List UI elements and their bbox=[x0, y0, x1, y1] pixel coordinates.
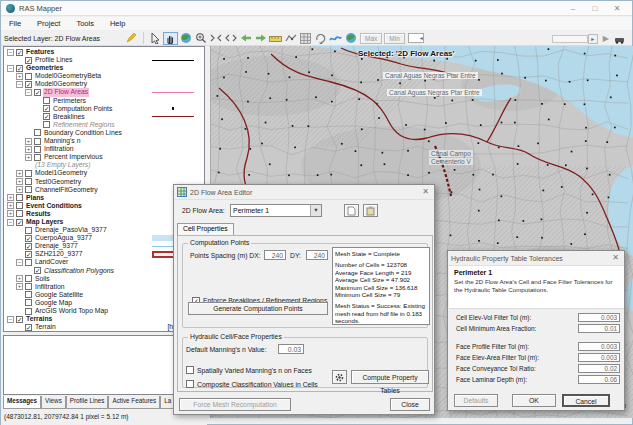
checkbox[interactable]: ✓ bbox=[16, 49, 23, 56]
expand-icon[interactable]: + bbox=[7, 210, 14, 217]
collapse-icon[interactable]: − bbox=[7, 219, 14, 226]
paste-area-button[interactable] bbox=[363, 204, 378, 217]
zoom-fixed-out-icon[interactable] bbox=[223, 32, 238, 45]
tab-cell-properties[interactable]: Cell Properties bbox=[177, 223, 234, 235]
tolerance-field-input[interactable] bbox=[578, 324, 620, 333]
close-button[interactable]: Close bbox=[390, 398, 430, 411]
checkbox[interactable] bbox=[25, 308, 32, 315]
checkbox[interactable] bbox=[25, 73, 32, 80]
checkbox[interactable] bbox=[43, 97, 50, 104]
tree-item-profile-lines[interactable]: ✓Profile Lines bbox=[4, 56, 204, 64]
tolerance-field-input[interactable] bbox=[578, 353, 620, 362]
flow-area-combo[interactable]: Perimeter 1 ▼ bbox=[230, 204, 322, 217]
tree-item-geometries[interactable]: −✓Geometries bbox=[4, 64, 204, 72]
zoom-in-icon[interactable] bbox=[193, 32, 208, 45]
tree-item-perimeters[interactable]: Perimeters bbox=[4, 97, 204, 105]
checkbox[interactable]: ✓ bbox=[25, 57, 32, 64]
checkbox[interactable] bbox=[25, 291, 32, 298]
checkbox[interactable] bbox=[25, 259, 32, 266]
animation-slider[interactable] bbox=[552, 35, 588, 43]
checkbox[interactable] bbox=[16, 194, 23, 201]
expand-icon[interactable]: + bbox=[25, 138, 32, 145]
back-arrow-icon[interactable] bbox=[238, 32, 253, 45]
forward-arrow-icon[interactable] bbox=[253, 32, 268, 45]
tolerances-close-icon[interactable]: ✕ bbox=[612, 253, 619, 262]
max-button[interactable]: Max bbox=[360, 33, 382, 44]
expand-icon[interactable]: + bbox=[16, 178, 23, 185]
checkbox[interactable] bbox=[34, 138, 41, 145]
tolerance-field-input[interactable] bbox=[578, 375, 620, 384]
expand-icon[interactable]: + bbox=[16, 283, 23, 290]
checkbox[interactable] bbox=[16, 210, 23, 217]
checkbox[interactable] bbox=[25, 186, 32, 193]
menu-tools[interactable]: Tools bbox=[68, 19, 102, 28]
checkbox[interactable]: ✓ bbox=[25, 243, 32, 250]
force-mesh-recomputation-button[interactable]: Force Mesh Recomputation bbox=[179, 398, 291, 411]
checkbox[interactable]: ✓ bbox=[25, 235, 32, 242]
compute-property-tables-button[interactable]: Compute Property Tables bbox=[351, 370, 429, 384]
play-icon[interactable]: ▶ bbox=[603, 34, 609, 43]
dy-input[interactable] bbox=[306, 250, 328, 260]
pan-tool-icon[interactable] bbox=[163, 32, 178, 45]
checkbox[interactable]: ✓ bbox=[34, 267, 41, 274]
checkbox[interactable]: ✓ bbox=[16, 65, 23, 72]
raster-grid-icon[interactable] bbox=[298, 32, 313, 45]
tree-item-breaklines[interactable]: ✓Breaklines bbox=[4, 113, 204, 121]
dx-input[interactable] bbox=[264, 250, 286, 260]
checkbox[interactable] bbox=[34, 146, 41, 153]
expand-icon[interactable]: + bbox=[7, 202, 14, 209]
expand-icon[interactable]: + bbox=[16, 275, 23, 282]
editor-close-icon[interactable]: ✕ bbox=[422, 187, 429, 196]
expand-icon[interactable]: + bbox=[25, 154, 32, 161]
checkbox[interactable] bbox=[34, 129, 41, 136]
collapse-icon[interactable]: − bbox=[7, 49, 14, 56]
stream-line-icon[interactable] bbox=[328, 32, 343, 45]
tab-profile-lines[interactable]: Profile Lines bbox=[66, 396, 109, 409]
checkbox[interactable]: ✓ bbox=[43, 105, 50, 112]
checkbox[interactable] bbox=[25, 170, 32, 177]
collapse-icon[interactable]: − bbox=[16, 81, 23, 88]
close-icon[interactable]: ✕ bbox=[606, 1, 628, 16]
checkbox[interactable] bbox=[25, 299, 32, 306]
menu-file[interactable]: File bbox=[1, 19, 29, 28]
edit-layer-pencil-icon[interactable] bbox=[123, 32, 138, 45]
checkbox[interactable] bbox=[43, 121, 50, 128]
checkbox[interactable] bbox=[25, 275, 32, 282]
checkbox[interactable] bbox=[25, 178, 32, 185]
checkbox[interactable]: ✓ bbox=[43, 113, 50, 120]
tree-item-13-empty-layers[interactable]: (13 Empty Layers) bbox=[4, 161, 204, 169]
editor-title-bar[interactable]: 2D Flow Area Editor ✕ bbox=[174, 185, 434, 200]
tree-item-boundary-condition-lines[interactable]: Boundary Condition Lines bbox=[4, 129, 204, 137]
tree-item-model1geometry[interactable]: +Model1Geometry bbox=[4, 169, 204, 177]
slider-step-icon[interactable]: ▸ bbox=[588, 34, 598, 44]
expand-icon[interactable]: + bbox=[16, 73, 23, 80]
tree-item-model0geometry[interactable]: −✓Model0Geometry bbox=[4, 80, 204, 88]
menu-help[interactable]: Help bbox=[102, 19, 133, 28]
ok-button[interactable]: OK bbox=[512, 394, 556, 407]
animation-icon[interactable] bbox=[614, 30, 626, 48]
tree-item-manning-s-n[interactable]: +Manning's n bbox=[4, 137, 204, 145]
tolerance-field-input[interactable] bbox=[578, 342, 620, 351]
tolerances-title-bar[interactable]: Hydraulic Property Table Tolerances ✕ bbox=[448, 251, 624, 266]
expand-icon[interactable]: + bbox=[16, 170, 23, 177]
checkbox[interactable] bbox=[34, 154, 41, 161]
expand-icon[interactable]: + bbox=[16, 186, 23, 193]
copy-area-button[interactable] bbox=[344, 204, 359, 217]
tree-item-model0geometrybeta[interactable]: +Model0GeometryBeta bbox=[4, 72, 204, 80]
tree-item-features[interactable]: −✓Features bbox=[4, 48, 204, 56]
gear-icon[interactable] bbox=[332, 370, 347, 384]
profile-plot-icon[interactable] bbox=[283, 32, 298, 45]
zoom-extents-globe-icon[interactable] bbox=[178, 32, 193, 45]
checkbox[interactable]: ✓ bbox=[34, 89, 41, 96]
defaults-button[interactable]: Defaults bbox=[454, 394, 498, 407]
checkbox[interactable] bbox=[25, 227, 32, 234]
mannings-input[interactable] bbox=[278, 344, 304, 354]
tolerance-field-input[interactable] bbox=[578, 313, 620, 322]
checkbox[interactable] bbox=[25, 283, 32, 290]
expand-icon[interactable]: + bbox=[25, 146, 32, 153]
generate-computation-points-button[interactable]: Generate Computation Points bbox=[188, 302, 328, 315]
maximize-icon[interactable]: □ bbox=[584, 1, 606, 16]
checkbox[interactable] bbox=[16, 202, 23, 209]
collapse-icon[interactable]: − bbox=[25, 89, 32, 96]
chevron-down-icon[interactable]: ▼ bbox=[310, 205, 321, 216]
